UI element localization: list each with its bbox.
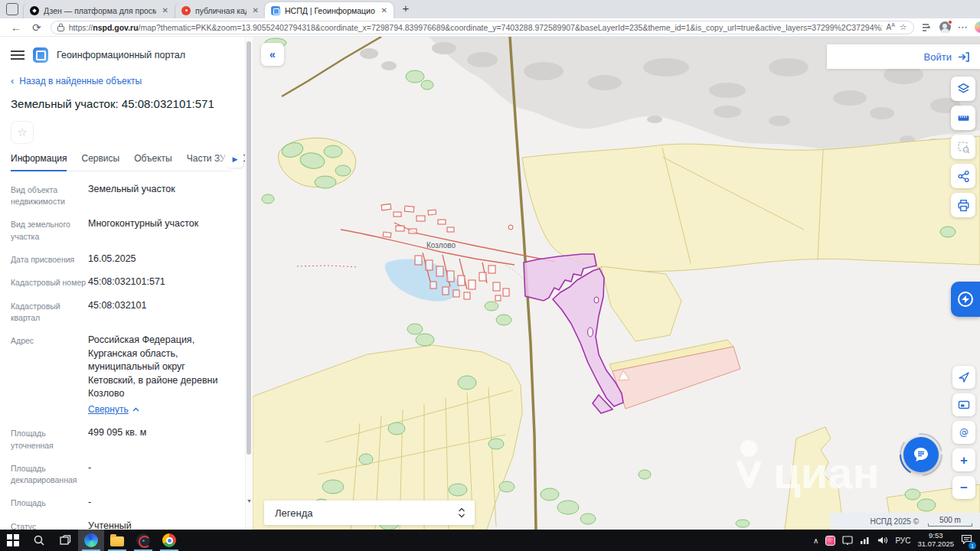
collapse-panel-button[interactable]: «	[261, 43, 284, 66]
tab-list-button[interactable]	[6, 3, 18, 15]
tab-close-icon[interactable]: ✕	[380, 6, 389, 15]
screen: Дзен — платформа для просмо ✕ публичная …	[0, 0, 980, 551]
scale-bracket	[928, 523, 972, 527]
login-icon	[958, 52, 969, 62]
chrome-icon	[162, 533, 176, 547]
menu-icon[interactable]	[11, 51, 24, 60]
back-icon[interactable]: ←	[11, 22, 21, 33]
map-canvas[interactable]: Козлово циан « Войти	[253, 37, 980, 530]
tab-parcel-parts[interactable]: Части ЗУ	[187, 153, 226, 164]
tabs-scroll-right-button[interactable]: ▶	[227, 151, 243, 168]
tab-close-icon[interactable]: ✕	[161, 6, 170, 15]
field-row: Вид объекта недвижимости Земельный участ…	[11, 183, 233, 207]
task-view-button[interactable]	[52, 530, 78, 551]
copilot-icon[interactable]	[975, 21, 980, 33]
cast-icon[interactable]	[842, 536, 853, 545]
bookmark-star-icon[interactable]: ☆	[900, 23, 907, 31]
legend-bar[interactable]: Легенда	[264, 500, 475, 525]
portal-header: Геоинформационный портал	[11, 47, 233, 63]
taskbar-clock[interactable]: 9:53 31.07.2025	[917, 532, 954, 549]
chat-bubble-icon	[912, 445, 930, 464]
browser-menu-icon[interactable]: ⋯	[958, 22, 968, 32]
favorites-list-icon[interactable]	[922, 23, 933, 32]
watermark-text: циан	[773, 448, 880, 497]
back-to-results-link[interactable]: ‹ Назад в найденные объекты	[11, 75, 233, 86]
dzen-favicon-icon	[30, 6, 39, 15]
print-button[interactable]	[951, 193, 975, 217]
browser-actions: ⋯	[922, 21, 980, 33]
notification-badge: 1	[969, 542, 976, 549]
map-tools-bottom: @ + −	[952, 366, 975, 499]
svg-text:@: @	[959, 427, 969, 438]
address-input[interactable]: https://nspd.gov.ru/map?thematic=PKK&zoo…	[51, 21, 914, 34]
nspd-logo-icon	[33, 47, 48, 63]
tray-expand-icon[interactable]: ∧	[813, 536, 818, 545]
browser-url-bar: ← ⟳ https://nspd.gov.ru/map?thematic=PKK…	[0, 18, 980, 37]
chat-button[interactable]	[903, 437, 939, 472]
minimap-button[interactable]	[952, 393, 975, 416]
field-row-address: Адрес Российская Федерация, Курганская о…	[11, 334, 233, 416]
tab-nspd-active[interactable]: НСПД | Геоинформационный по ✕	[265, 2, 394, 18]
field-row: Кадастровый квартал 45:08:032101	[11, 299, 233, 324]
tab-objects[interactable]: Объекты	[134, 153, 172, 164]
area-select-button[interactable]	[951, 135, 975, 159]
reader-mode-icon[interactable]: AA	[887, 22, 895, 31]
star-icon: ☆	[17, 126, 27, 139]
new-tab-button[interactable]: +	[400, 3, 412, 15]
tab-dzen[interactable]: Дзен — платформа для просмо ✕	[23, 2, 175, 18]
start-button[interactable]	[0, 530, 26, 551]
chat-widget[interactable]	[898, 432, 944, 478]
taskbar-app-button[interactable]	[130, 530, 156, 551]
tab-services[interactable]: Сервисы	[81, 153, 119, 164]
field-row: Площадь декларированная -	[11, 461, 233, 486]
taskbar-explorer-button[interactable]	[104, 530, 130, 551]
refresh-icon[interactable]: ⟳	[32, 22, 41, 33]
keyboard-language[interactable]: РУС	[895, 536, 910, 545]
map-tools-top	[951, 77, 975, 217]
chevron-up-icon	[132, 407, 139, 412]
zoom-out-button[interactable]: −	[952, 476, 975, 499]
clock-time: 9:53	[929, 531, 943, 540]
panel-tabs: Информация Сервисы Объекты Части ЗУ Сост…	[11, 153, 233, 171]
login-bar[interactable]: Войти	[827, 44, 980, 69]
speaker-icon[interactable]	[877, 536, 888, 545]
scrollbar-down-arrow[interactable]: ▼	[247, 498, 252, 504]
attribute-list: Вид объекта недвижимости Земельный участ…	[11, 183, 233, 530]
legend-label: Легенда	[275, 507, 312, 519]
field-row: Кадастровый номер 45:08:032101:571	[11, 276, 233, 289]
tray-app-icon[interactable]	[825, 536, 835, 546]
tab-pkk[interactable]: публичная кадастровая карта — ✕	[175, 2, 265, 18]
tab-close-icon[interactable]: ✕	[251, 6, 260, 15]
measure-ruler-button[interactable]	[951, 106, 975, 130]
browser-tab-strip: Дзен — платформа для просмо ✕ публичная …	[0, 0, 980, 18]
panel-scrollbar[interactable]: ▼	[245, 37, 253, 530]
taskbar-edge-button[interactable]	[78, 530, 104, 551]
notification-center-button[interactable]: 1	[961, 533, 972, 547]
tab-information[interactable]: Информация	[11, 153, 67, 164]
taskbar-search-button[interactable]	[26, 530, 52, 551]
lock-icon	[57, 23, 64, 31]
share-button[interactable]	[951, 164, 975, 188]
network-icon[interactable]	[860, 536, 871, 545]
chevron-left-icon: ‹	[11, 75, 14, 86]
url-text: https://nspd.gov.ru/map?thematic=PKK&zoo…	[69, 23, 882, 32]
edge-icon	[84, 533, 98, 547]
layers-button[interactable]	[951, 77, 975, 101]
taskbar-chrome-button[interactable]	[156, 530, 182, 551]
nspd-favicon-icon	[271, 6, 280, 15]
zoom-in-button[interactable]: +	[952, 448, 975, 471]
village-label: Козлово	[426, 241, 456, 249]
pkk-favicon-icon	[181, 6, 191, 15]
profile-avatar[interactable]	[939, 21, 951, 33]
login-label: Войти	[924, 51, 952, 63]
object-info-panel: Геоинформационный портал ‹ Назад в найде…	[0, 37, 253, 530]
favorite-button[interactable]: ☆	[11, 121, 34, 144]
field-row: Площадь -	[11, 496, 233, 510]
coordinate-search-button[interactable]: @	[952, 421, 975, 444]
task-view-icon	[59, 534, 71, 546]
assistant-side-tab[interactable]	[951, 282, 980, 317]
scrollbar-thumb[interactable]	[247, 41, 251, 455]
parcel-title: Земельный участок: 45:08:032101:571	[11, 97, 233, 110]
collapse-address-link[interactable]: Свернуть	[88, 403, 139, 416]
locate-me-button[interactable]	[952, 366, 975, 389]
